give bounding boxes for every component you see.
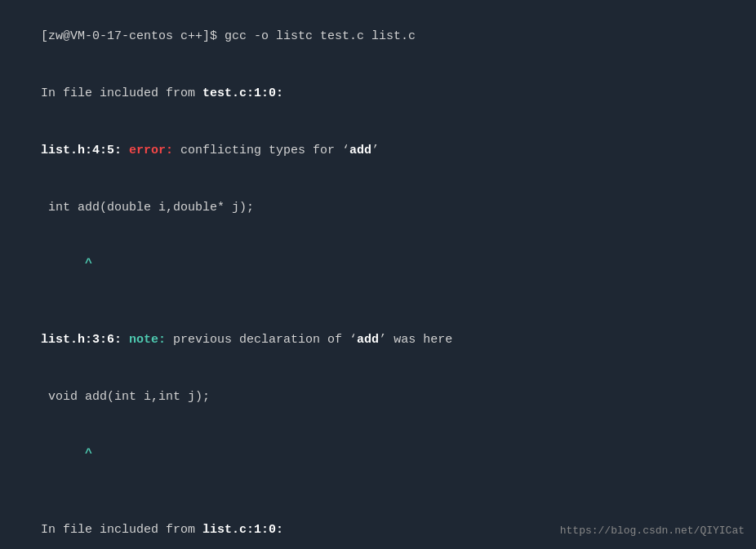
terminal-line: int add(double i,double* j);: [11, 179, 745, 236]
terminal-line: ^: [11, 236, 745, 293]
terminal-line: list.h:3:6: note: previous declaration o…: [11, 312, 745, 369]
terminal-line: void add(int i,int j);: [11, 369, 745, 426]
terminal-line: ^: [11, 426, 745, 483]
file-ref: list.h:4:5:: [41, 144, 129, 157]
error-msg: conflicting types for ‘add’: [173, 144, 379, 157]
terminal: [zw@VM-0-17-centos c++]$ gcc -o listc te…: [0, 0, 756, 549]
terminal-line: [zw@VM-0-17-centos c++]$ gcc -o listc te…: [11, 8, 745, 65]
code-text: int add(double i,double* j);: [41, 201, 254, 215]
output-text: In file included from list.c:1:0:: [41, 523, 283, 537]
output-text: In file included from test.c:1:0:: [41, 86, 283, 100]
file-ref: list.h:3:6:: [41, 333, 129, 347]
watermark: https://blog.csdn.net/QIYICat: [560, 523, 745, 539]
terminal-line: In file included from test.c:1:0:: [11, 65, 745, 122]
caret-text: ^: [41, 257, 92, 271]
caret-text: ^: [41, 447, 92, 461]
code-text: void add(int i,int j);: [41, 390, 210, 404]
note-label: note:: [129, 333, 166, 347]
terminal-line: [11, 293, 745, 312]
terminal-line: [11, 482, 745, 501]
error-label: error:: [129, 144, 173, 157]
note-msg: previous declaration of ‘add’ was here: [166, 333, 452, 347]
command-text: [zw@VM-0-17-centos c++]$ gcc -o listc te…: [41, 29, 416, 43]
terminal-line: list.h:4:5: error: conflicting types for…: [11, 122, 745, 179]
